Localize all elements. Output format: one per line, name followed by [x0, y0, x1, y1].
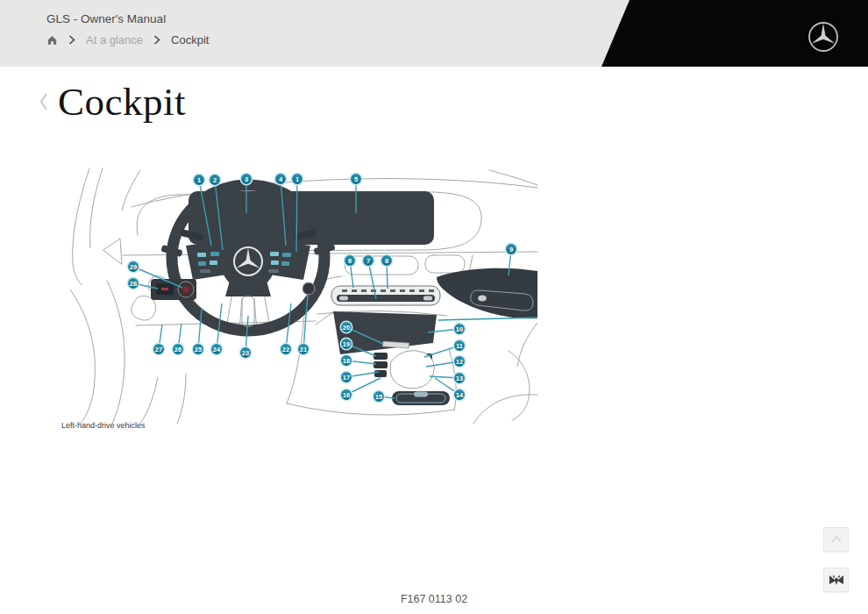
svg-text:18: 18	[343, 357, 350, 365]
svg-text:10: 10	[456, 325, 463, 333]
svg-text:6: 6	[348, 257, 352, 265]
callout-15: 15	[373, 390, 384, 402]
start-stop-control	[302, 282, 315, 295]
chevron-left-icon[interactable]	[39, 92, 49, 115]
svg-text:28: 28	[130, 280, 137, 288]
figure-caption: Left-hand-drive vehicles	[61, 421, 146, 430]
svg-text:7: 7	[366, 257, 370, 265]
svg-text:25: 25	[195, 346, 202, 353]
callout-22: 22	[280, 343, 291, 354]
svg-text:29: 29	[130, 263, 137, 271]
callout-9: 9	[505, 243, 516, 254]
callout-1: 1	[193, 174, 204, 185]
svg-text:5: 5	[354, 175, 358, 183]
callout-25: 25	[192, 343, 203, 354]
svg-text:1: 1	[295, 175, 299, 183]
callout-17: 17	[340, 371, 352, 382]
svg-text:17: 17	[343, 374, 350, 382]
callout-2: 2	[209, 174, 220, 185]
app-header: GLS - Owner's Manual At a glance Cockpit	[0, 0, 868, 67]
svg-text:21: 21	[300, 346, 307, 353]
svg-text:11: 11	[456, 342, 463, 350]
svg-text:9: 9	[509, 246, 513, 253]
callout-16: 16	[340, 389, 352, 400]
callout-5: 5	[350, 173, 361, 184]
figure-code: F167 0113 02	[0, 593, 868, 605]
callout-13: 13	[453, 372, 465, 383]
callout-11: 11	[453, 339, 465, 351]
svg-text:13: 13	[456, 375, 463, 382]
callout-10: 10	[453, 323, 465, 334]
callout-19: 19	[340, 338, 352, 349]
svg-text:20: 20	[343, 324, 350, 332]
svg-text:22: 22	[282, 346, 289, 353]
callout-14: 14	[453, 389, 465, 400]
chevron-right-icon	[153, 35, 160, 45]
mercedes-star-icon	[806, 19, 841, 54]
callout-18: 18	[340, 354, 352, 366]
callout-3: 3	[240, 173, 252, 184]
callout-leader-1	[296, 179, 297, 252]
callout-28: 28	[127, 277, 139, 289]
svg-text:16: 16	[343, 391, 350, 399]
svg-text:23: 23	[242, 349, 249, 357]
svg-text:1: 1	[197, 176, 201, 184]
feedback-button[interactable]	[823, 568, 849, 592]
callout-6: 6	[344, 254, 355, 266]
callout-27: 27	[153, 343, 164, 354]
callout-12: 12	[453, 355, 465, 367]
cockpit-diagram: 1234156789292827262524232221201918171615…	[53, 165, 544, 430]
callout-21: 21	[297, 343, 309, 354]
breadcrumb: At a glance Cockpit	[46, 33, 209, 46]
callout-4: 4	[274, 173, 286, 184]
callout-8: 8	[381, 254, 392, 266]
bowtie-icon	[829, 574, 844, 587]
callout-20: 20	[340, 321, 352, 332]
app-title: GLS - Owner's Manual	[46, 12, 166, 25]
page-title-row: Cockpit	[39, 81, 186, 123]
breadcrumb-item-at-a-glance[interactable]: At a glance	[86, 33, 143, 46]
svg-text:3: 3	[245, 175, 248, 183]
light-switch-module	[151, 279, 196, 300]
scroll-top-button[interactable]	[823, 527, 849, 552]
callout-7: 7	[362, 254, 374, 266]
svg-text:26: 26	[174, 346, 181, 353]
home-icon[interactable]	[46, 34, 58, 46]
svg-text:19: 19	[343, 340, 350, 348]
svg-text:12: 12	[456, 358, 463, 366]
svg-text:27: 27	[155, 346, 162, 353]
chevron-right-icon	[68, 35, 75, 45]
cockpit-line-art: 1234156789292827262524232221201918171615…	[53, 165, 544, 424]
svg-text:24: 24	[213, 346, 221, 353]
callout-1: 1	[291, 173, 302, 184]
breadcrumb-item-cockpit: Cockpit	[171, 33, 209, 46]
callout-24: 24	[210, 343, 222, 354]
callout-23: 23	[239, 346, 251, 358]
climate-control-strip	[331, 286, 440, 305]
page-title: Cockpit	[58, 81, 186, 123]
svg-text:2: 2	[213, 176, 217, 184]
svg-text:8: 8	[385, 257, 388, 265]
callout-26: 26	[172, 343, 183, 354]
callout-29: 29	[127, 261, 139, 272]
svg-text:15: 15	[375, 393, 382, 401]
svg-text:14: 14	[456, 391, 464, 399]
chevron-up-icon	[830, 534, 843, 545]
